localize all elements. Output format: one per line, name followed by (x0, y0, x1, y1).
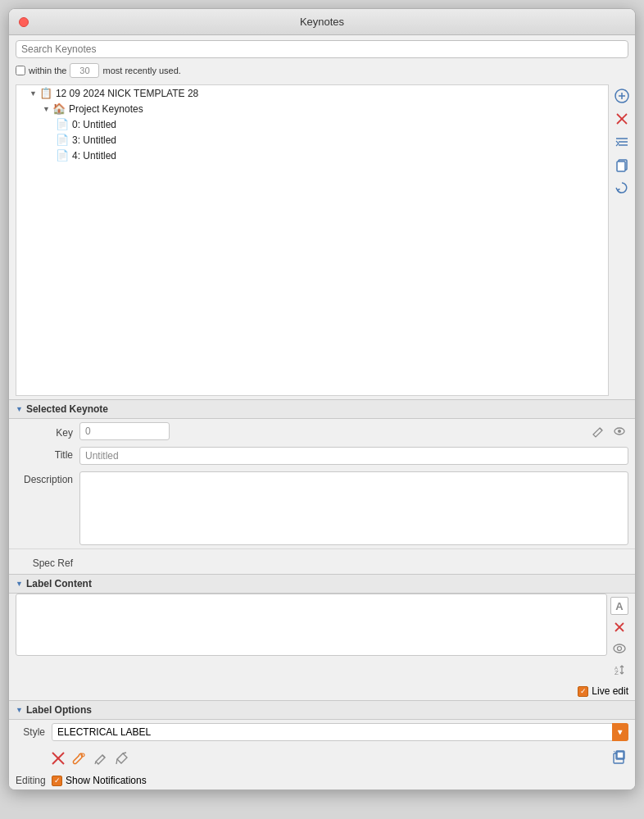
refresh-button[interactable] (612, 178, 632, 198)
sort-icon[interactable]: A Z (610, 661, 628, 679)
spec-ref-label: Spec Ref (16, 555, 73, 569)
tree-item-3[interactable]: 📄 3: Untitled (16, 132, 608, 148)
svg-rect-29 (617, 752, 624, 758)
svg-point-15 (614, 644, 625, 653)
add-keynote-button[interactable] (612, 86, 632, 106)
description-textarea[interactable] (79, 471, 628, 545)
svg-point-16 (618, 647, 622, 651)
search-input[interactable] (16, 40, 628, 58)
tools-row (9, 744, 635, 771)
label-toolbar: A A Z (610, 594, 628, 682)
root-label: 12 09 2024 NICK TEMPLATE 28 (56, 88, 198, 99)
red-x-tool[interactable] (50, 750, 66, 767)
keynote-icon-4: 📄 (56, 149, 69, 162)
label-options-panel: Style ▼ (9, 720, 635, 789)
indent-button[interactable] (612, 132, 632, 152)
within-label: within the (29, 66, 66, 75)
svg-line-23 (102, 755, 105, 758)
description-row: Description (9, 468, 635, 548)
svg-rect-9 (617, 162, 625, 171)
options-copy-button[interactable] (610, 748, 628, 768)
side-toolbar (609, 81, 635, 399)
key-label: Key (16, 425, 73, 439)
chevron-down-icon-2: ▼ (43, 105, 50, 113)
recently-used-label: most recently used. (102, 66, 180, 75)
selected-keynote-title: Selected Keynote (26, 403, 108, 415)
spec-ref-row: Spec Ref (9, 548, 635, 574)
wrench-tool[interactable] (71, 750, 88, 767)
label-content-panel: A A Z (9, 594, 635, 700)
title-row: Title (9, 444, 635, 468)
title-input[interactable] (79, 447, 628, 465)
live-edit-row: ✓ Live edit (9, 682, 635, 700)
titlebar: Keynotes (9, 9, 635, 35)
search-bar-row (9, 35, 635, 61)
tree-project-keynotes[interactable]: ▼ 🏠 Project Keynotes (16, 101, 608, 116)
label-options-title: Label Options (26, 704, 92, 716)
remove-keynote-button[interactable] (612, 109, 632, 129)
svg-line-10 (600, 428, 602, 430)
keynote-icon-3: 📄 (56, 134, 69, 146)
tree-item-0[interactable]: 📄 0: Untitled (16, 116, 608, 132)
svg-point-12 (618, 430, 621, 433)
spec-ref-input[interactable] (79, 553, 628, 571)
project-keynotes-label: Project Keynotes (69, 103, 143, 115)
svg-line-25 (116, 759, 117, 764)
style-input[interactable] (52, 723, 628, 741)
preview-icon[interactable] (610, 639, 628, 657)
copy-button[interactable] (612, 155, 632, 175)
show-notifications-checkbox[interactable]: ✓ (52, 776, 62, 786)
section-triangle-icon-3: ▼ (16, 706, 23, 714)
style-select-wrapper: ▼ (52, 723, 628, 741)
label-content-header: ▼ Label Content (9, 574, 635, 594)
live-edit-label: Live edit (592, 685, 628, 697)
within-checkbox[interactable] (16, 66, 25, 75)
clear-label-button[interactable] (610, 618, 628, 636)
svg-line-26 (123, 753, 126, 753)
label-content-textarea[interactable] (16, 594, 607, 656)
edit-icon[interactable] (589, 422, 607, 440)
label-content-title: Label Content (26, 578, 92, 589)
main-content: ▼ 📋 12 09 2024 NICK TEMPLATE 28 ▼ 🏠 Proj… (9, 81, 635, 399)
dropper-tool[interactable] (114, 750, 130, 767)
section-triangle-icon: ▼ (16, 405, 23, 413)
selected-keynote-header: ▼ Selected Keynote (9, 399, 635, 419)
item-0-label: 0: Untitled (72, 119, 116, 130)
label-content-area: A A Z (16, 594, 628, 682)
description-label: Description (16, 471, 73, 485)
key-row: Key (9, 419, 635, 444)
style-dropdown-arrow[interactable]: ▼ (612, 723, 628, 741)
svg-line-24 (95, 762, 96, 764)
pen-tool[interactable] (93, 750, 109, 767)
live-edit-checkbox[interactable]: ✓ (578, 686, 588, 697)
key-input[interactable] (79, 422, 170, 440)
key-icons (589, 422, 628, 440)
selected-keynote-form: Key Title (9, 419, 635, 574)
editing-label: Editing (16, 775, 45, 786)
main-window: Keynotes within the most recently used. … (8, 8, 636, 790)
house-icon: 🏠 (52, 102, 66, 115)
show-notifications-label: Show Notifications (66, 775, 147, 786)
title-label: Title (16, 447, 73, 461)
section-triangle-icon-2: ▼ (16, 580, 23, 588)
close-button[interactable] (19, 17, 29, 27)
folder-icon: 📋 (39, 87, 52, 99)
item-4-label: 4: Untitled (72, 150, 116, 162)
tree-root[interactable]: ▼ 📋 12 09 2024 NICK TEMPLATE 28 (16, 85, 608, 101)
style-label: Style (16, 726, 45, 738)
live-edit-checkbox-area[interactable]: ✓ Live edit (578, 685, 628, 697)
tree-item-4[interactable]: 📄 4: Untitled (16, 148, 608, 163)
style-row: Style ▼ (9, 720, 635, 744)
svg-text:Z: Z (615, 669, 619, 676)
window-title: Keynotes (300, 16, 344, 28)
show-notifications-area: ✓ Show Notifications (52, 775, 147, 786)
days-input[interactable] (70, 63, 99, 78)
keynote-icon-0: 📄 (56, 118, 69, 130)
eye-icon[interactable] (610, 422, 628, 440)
item-3-label: 3: Untitled (72, 134, 116, 146)
editing-row: Editing ✓ Show Notifications (9, 771, 635, 789)
label-options-header: ▼ Label Options (9, 700, 635, 720)
text-format-icon[interactable]: A (610, 597, 628, 615)
filter-row: within the most recently used. (9, 61, 635, 81)
tree-panel: ▼ 📋 12 09 2024 NICK TEMPLATE 28 ▼ 🏠 Proj… (16, 84, 609, 396)
